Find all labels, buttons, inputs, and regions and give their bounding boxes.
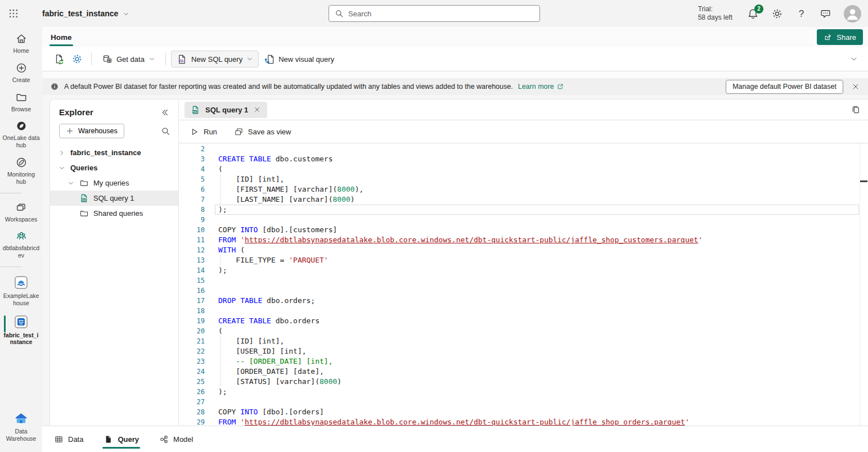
code-line: 10COPY INTO [dbo].[customers]	[179, 225, 868, 235]
tree-item-my-queries[interactable]: My queries	[50, 175, 178, 191]
rail-divider	[0, 266, 21, 267]
spacer	[42, 71, 868, 78]
line-number: 13	[179, 255, 205, 265]
new-visual-query-button[interactable]: New visual query	[259, 51, 339, 67]
line-number: 26	[179, 387, 205, 397]
rail-bottom: Data Warehouse	[0, 410, 42, 452]
chevron-down-icon	[68, 180, 74, 187]
share-button[interactable]: Share	[817, 29, 863, 45]
code-text: (	[205, 326, 223, 336]
code-line: 7 [LAST_NAME] [varchar](8000)	[179, 195, 868, 205]
rail-item-examplelakehouse[interactable]: ExampleLakehouse	[0, 275, 42, 307]
folder-icon	[79, 209, 89, 218]
account-avatar[interactable]	[844, 5, 861, 22]
code-text	[205, 275, 218, 286]
code-line: 9	[179, 215, 868, 225]
rail-item-workspaces[interactable]: Workspaces	[0, 201, 42, 223]
run-button[interactable]: Run	[190, 127, 217, 137]
toolbar-divider	[91, 53, 92, 65]
code-line: 17DROP TABLE dbo.orders;	[179, 296, 868, 306]
learn-more-link[interactable]: Learn more	[518, 83, 564, 91]
workspace-switcher[interactable]: fabric_test_instance	[42, 9, 129, 18]
tree-item-shared-queries[interactable]: Shared queries	[50, 206, 178, 221]
settings-button[interactable]	[771, 8, 783, 20]
code-line: 3CREATE TABLE dbo.customers	[179, 154, 868, 164]
svg-text:SQL: SQL	[192, 110, 197, 112]
manage-dataset-button[interactable]: Manage default Power BI dataset	[726, 80, 843, 94]
code-line: 28COPY INTO [dbo].[orders]	[179, 407, 868, 417]
rail-item-label: Monitoring hub	[2, 171, 41, 186]
save-as-view-icon	[234, 127, 244, 137]
explorer-search-icon[interactable]	[161, 126, 170, 136]
tree-item-sql-query-1[interactable]: SQLSQL query 1	[50, 191, 178, 206]
line-number: 23	[179, 356, 205, 367]
folder-icon	[15, 91, 28, 103]
notifications-button[interactable]: 2	[747, 8, 759, 20]
warehouse-settings-button[interactable]	[68, 51, 86, 67]
rail-item-onelake-data-hub[interactable]: OneLake data hub	[0, 120, 42, 149]
code-text: CREATE TABLE dbo.orders	[205, 316, 320, 326]
save-as-view-button[interactable]: Save as view	[234, 127, 291, 137]
code-lines: 23CREATE TABLE dbo.customers4(5 [ID] [in…	[179, 144, 868, 426]
line-number: 22	[179, 346, 205, 356]
sql-document-icon: SQL	[191, 105, 200, 115]
save-as-view-label: Save as view	[248, 128, 291, 136]
rail-item-dbtlabsfabricdev[interactable]: dbtlabsfabricdev	[0, 230, 42, 259]
line-number: 24	[179, 367, 205, 377]
rail-item-create[interactable]: Create	[0, 62, 42, 84]
code-line: 18	[179, 306, 868, 316]
line-number: 6	[179, 184, 205, 195]
line-number: 12	[179, 245, 205, 255]
info-banner: A default Power BI dataset for faster re…	[42, 78, 868, 95]
new-sql-query-button[interactable]: SQL New SQL query	[171, 51, 259, 67]
menu-tab-row: Home Share	[42, 27, 868, 47]
bottom-tab-bar: DataQueryModel	[42, 426, 868, 452]
rail-item-browse[interactable]: Browse	[0, 91, 42, 113]
code-line: 16	[179, 286, 868, 296]
rail-item-home[interactable]: Home	[0, 33, 42, 55]
rail-item-fabric-test-instance[interactable]: fabric_test_instance	[0, 314, 42, 346]
learn-more-label: Learn more	[518, 83, 554, 91]
sql-document-icon: SQL	[177, 54, 187, 65]
new-visual-query-label: New visual query	[278, 55, 334, 64]
code-text: (	[205, 164, 223, 174]
rail-item-monitoring-hub[interactable]: Monitoring hub	[0, 156, 42, 186]
chevron-down-icon	[123, 10, 129, 17]
global-search[interactable]	[329, 5, 540, 22]
editor-overview-ruler[interactable]	[860, 143, 868, 426]
line-number: 18	[179, 306, 205, 316]
info-icon	[50, 82, 59, 91]
bottom-tab-query[interactable]: Query	[104, 426, 139, 452]
svg-text:SQL: SQL	[178, 59, 184, 62]
app-launcher-button[interactable]	[0, 0, 27, 27]
document-refresh-icon	[53, 53, 65, 65]
rail-item-data-warehouse[interactable]: Data Warehouse	[0, 410, 42, 442]
search-input[interactable]	[348, 10, 534, 18]
code-text	[205, 397, 218, 407]
warehouses-label: Warehouses	[78, 127, 118, 135]
code-text: [ID] [int],	[205, 336, 284, 346]
collapse-panel-icon[interactable]	[160, 108, 169, 117]
ribbon-collapse-chevron-icon[interactable]	[850, 55, 858, 63]
code-line: 19CREATE TABLE dbo.orders	[179, 316, 868, 326]
add-warehouses-button[interactable]: Warehouses	[59, 124, 124, 138]
table-grid-icon	[54, 435, 64, 444]
sql-code-editor[interactable]: 23CREATE TABLE dbo.customers4(5 [ID] [in…	[179, 143, 868, 426]
tab-home[interactable]: Home	[50, 30, 73, 45]
close-tab-icon[interactable]	[253, 106, 261, 114]
feedback-button[interactable]	[820, 8, 831, 20]
help-button[interactable]: ?	[795, 8, 807, 20]
get-data-button[interactable]: Get data	[97, 51, 160, 67]
code-text: [FIRST_NAME] [varchar](8000),	[205, 184, 363, 195]
share-icon	[824, 33, 833, 42]
query-tab[interactable]: SQL SQL query 1	[185, 102, 267, 118]
tree-item-fabric-test-instance[interactable]: fabric_test_instance	[50, 145, 178, 160]
banner-close-icon[interactable]	[851, 82, 860, 91]
bottom-tab-model[interactable]: Model	[159, 426, 193, 452]
copy-icon[interactable]	[851, 105, 861, 115]
bottom-tab-data[interactable]: Data	[54, 426, 83, 452]
tree-item-queries[interactable]: Queries	[50, 160, 178, 175]
code-line: 8);	[179, 205, 868, 215]
new-report-button[interactable]	[50, 51, 68, 67]
query-tab-label: SQL query 1	[205, 106, 248, 114]
